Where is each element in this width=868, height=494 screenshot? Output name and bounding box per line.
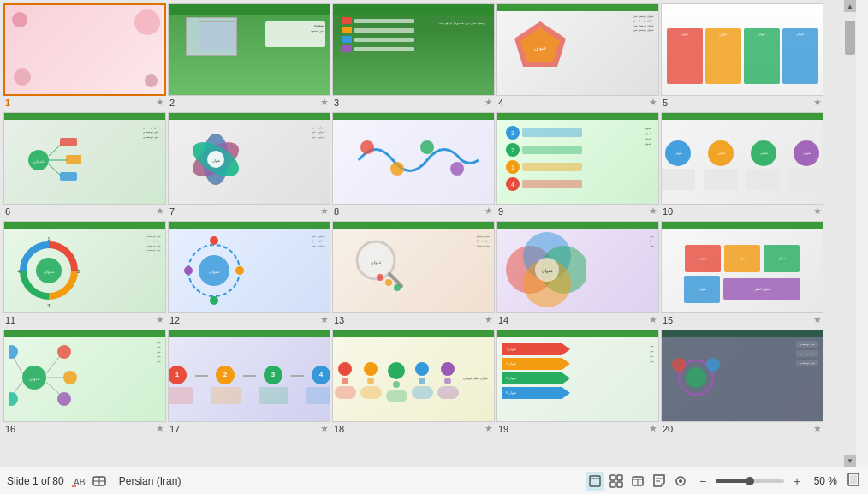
svg-text:عنوان: عنوان	[209, 269, 220, 275]
language-label: Persian (Iran)	[119, 475, 181, 487]
svg-text:عنوان: عنوان	[534, 45, 547, 51]
scroll-up-arrow[interactable]: ▲	[844, 0, 856, 12]
slide-sorter-view-icon[interactable]	[628, 472, 647, 491]
reading-view-icon[interactable]	[671, 472, 690, 491]
slide-item-16[interactable]: عنوان	[3, 330, 166, 435]
slide-item-10[interactable]: عنوان عنوان عنوان	[661, 112, 823, 217]
zoom-out-button[interactable]: −	[695, 474, 710, 488]
svg-point-41	[377, 274, 383, 281]
slide-number-9: 9	[498, 206, 503, 217]
slide-number-4: 4	[498, 98, 503, 108]
slide-number-15: 15	[663, 315, 673, 325]
zoom-in-button[interactable]: +	[789, 474, 805, 488]
slide-number-20: 20	[663, 424, 673, 434]
slide-number-1: 1	[5, 98, 10, 108]
svg-point-19	[360, 140, 374, 154]
notes-view-icon[interactable]	[650, 472, 669, 491]
slide-item-2[interactable]: موضوع متن پیشنهاد 2 ★	[168, 3, 330, 109]
slide-grid[interactable]: عنوان 1 ★	[0, 0, 856, 467]
star-icon-17: ★	[320, 423, 329, 434]
slide-row-2: عنوان متن توضیحیمتن توضیحیمتن توضیحی	[0, 109, 856, 217]
outline-view-icon[interactable]	[607, 472, 626, 491]
scroll-thumb[interactable]	[845, 21, 855, 55]
svg-line-56	[13, 382, 22, 395]
slide-item-20[interactable]: متن توضیحی متن توضیحی متن توضیحی	[661, 330, 823, 435]
svg-point-33	[210, 236, 218, 245]
slide-row-3: عنوان 1 2 3 4 متن توضیحیمتن توضیحیمتن تو…	[0, 217, 856, 326]
fit-page-button[interactable]	[846, 472, 861, 490]
svg-rect-74	[610, 482, 615, 487]
star-icon-7: ★	[320, 205, 329, 217]
slide-number-12: 12	[169, 315, 180, 325]
svg-line-52	[46, 356, 60, 373]
view-icons	[586, 472, 690, 491]
svg-point-35	[210, 296, 218, 305]
svg-point-20	[390, 162, 404, 176]
status-left: Slide 1 of 80 ABC Persian (Iran)	[7, 473, 181, 489]
slide-item-4[interactable]: عنوان عنوان توضیح متن عنوان توضیح متن عن…	[496, 3, 659, 109]
slide-item-12[interactable]: عنوان عنوان - متنعنوان - متنعنوان - متن	[168, 221, 330, 326]
svg-point-82	[679, 479, 682, 483]
svg-text:عنوان: عنوان	[542, 268, 553, 274]
star-icon-18: ★	[485, 423, 493, 434]
star-icon-8: ★	[485, 205, 493, 217]
star-icon-19: ★	[649, 423, 657, 434]
svg-point-63	[686, 367, 706, 388]
star-icon-16: ★	[156, 423, 164, 434]
star-icon-6: ★	[156, 205, 164, 217]
star-icon-12: ★	[320, 314, 329, 325]
star-icon-4: ★	[649, 97, 657, 108]
slide-item-14[interactable]: عنوان متنمتنمتن 14 ★	[496, 221, 659, 326]
svg-point-34	[235, 266, 244, 275]
scroll-down-arrow[interactable]: ▼	[844, 455, 856, 467]
slide-item-5[interactable]: عنوان عنوان عنوان عنوان 5	[661, 3, 823, 109]
star-icon-14: ★	[649, 314, 657, 325]
svg-text:عنوان: عنوان	[212, 158, 220, 163]
scrollbar[interactable]: ▲ ▼	[844, 0, 856, 467]
star-icon-20: ★	[813, 423, 822, 434]
svg-point-21	[420, 140, 434, 154]
svg-rect-73	[617, 475, 622, 480]
slide-item-7[interactable]: عنوان عنوان - متنعنوان - متنعنوان - متن …	[168, 112, 330, 217]
slide-item-11[interactable]: عنوان 1 2 3 4 متن توضیحیمتن توضیحیمتن تو…	[3, 221, 166, 326]
svg-text:عنوان: عنوان	[33, 158, 45, 164]
slide-item-17[interactable]: 1 2 3	[168, 330, 330, 435]
svg-point-43	[394, 284, 401, 291]
star-icon-10: ★	[813, 205, 822, 217]
slide-item-19[interactable]: عنوان ۱ عنوان ۲ عنوان ۳ عنوان ۴ متنمتنمت…	[496, 330, 659, 435]
svg-line-55	[13, 356, 22, 373]
star-icon-9: ★	[649, 205, 657, 217]
svg-text:1: 1	[47, 236, 51, 241]
slide-item-13[interactable]: عنوان متن توضیحمتن توضیحمتن توضیح 13 ★	[332, 221, 495, 326]
svg-line-54	[46, 382, 60, 395]
zoom-slider-container	[716, 479, 784, 483]
zoom-slider[interactable]	[716, 479, 784, 483]
spellcheck-icon[interactable]: ABC	[71, 473, 86, 489]
slide-item-15[interactable]: عنوان عنوان عنوان عنوان عنوان اصلی 15 ★	[661, 221, 823, 326]
slide-item-9[interactable]: 3 2 1 4	[496, 112, 659, 217]
svg-point-64	[672, 358, 686, 372]
svg-point-60	[9, 345, 18, 359]
star-icon-5: ★	[813, 97, 822, 108]
slide-item-6[interactable]: عنوان متن توضیحیمتن توضیحیمتن توضیحی	[3, 112, 166, 217]
svg-rect-10	[60, 172, 77, 181]
slide-number-19: 19	[498, 424, 508, 434]
svg-point-22	[450, 162, 464, 176]
slide-number-2: 2	[169, 98, 175, 108]
status-icons: ABC	[71, 473, 107, 489]
normal-view-icon[interactable]	[586, 472, 604, 491]
slide-item-8[interactable]: 8 ★	[332, 112, 495, 217]
svg-rect-9	[66, 155, 81, 164]
language-icon[interactable]	[92, 473, 107, 489]
slide-item-18[interactable]: عنوان اصلی توضیح 18 ★	[332, 330, 495, 435]
slide-number-13: 13	[334, 315, 344, 325]
svg-text:عنوان: عنوان	[371, 259, 382, 265]
slide-item-3[interactable]: توضیح متنی برای هر مورد از این فهرست 3 ★	[332, 3, 495, 109]
slide-number-8: 8	[334, 206, 339, 217]
star-icon-13: ★	[485, 314, 493, 325]
svg-text:عنوان: عنوان	[44, 269, 55, 275]
star-icon-2: ★	[320, 97, 329, 108]
status-right: − + 50 %	[586, 472, 861, 491]
slide-item-1[interactable]: عنوان 1 ★	[3, 3, 166, 109]
scroll-track[interactable]	[844, 12, 856, 455]
